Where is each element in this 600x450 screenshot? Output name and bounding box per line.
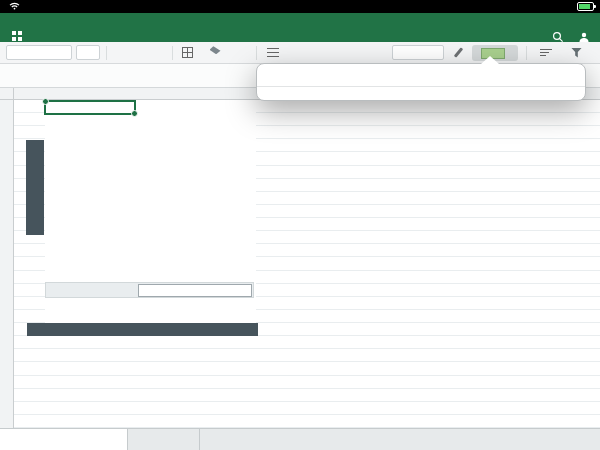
ribbon-tab-bar	[0, 27, 600, 42]
sheet-tab-mortgage[interactable]	[0, 429, 128, 450]
borders-button[interactable]	[178, 45, 200, 60]
align-lines-icon	[267, 48, 279, 57]
toolbar-separator	[526, 46, 527, 60]
wifi-icon	[9, 2, 20, 10]
if-you-pay-row	[45, 282, 254, 298]
search-icon	[552, 31, 564, 43]
battery-icon	[577, 2, 594, 11]
fill-color-icon	[209, 46, 221, 59]
font-color-icon	[235, 50, 247, 55]
payments-table-header	[27, 323, 258, 336]
number-format-select[interactable]	[392, 45, 444, 60]
inputs-section-label	[26, 140, 44, 235]
pay-more-select[interactable]	[138, 284, 252, 297]
sheet-tab-settings[interactable]	[128, 429, 200, 450]
underline-button[interactable]	[150, 45, 166, 60]
pen-icon	[452, 47, 464, 59]
fill-color-button[interactable]	[204, 45, 226, 60]
status-left	[6, 2, 20, 10]
excel-ipad-app	[0, 0, 600, 450]
alignment-button[interactable]	[262, 45, 286, 60]
draw-button[interactable]	[450, 45, 466, 60]
selected-cell[interactable]	[44, 100, 136, 115]
font-size-select[interactable]	[76, 45, 100, 60]
row-headers	[0, 100, 14, 428]
toolbar-separator	[172, 46, 173, 60]
filter-button[interactable]	[566, 45, 590, 60]
filter-funnel-icon	[571, 48, 582, 58]
apps-grid-icon[interactable]	[12, 31, 16, 35]
worksheet-grid	[0, 100, 600, 428]
toolbar-separator	[106, 46, 107, 60]
sort-button[interactable]	[536, 45, 558, 60]
borders-icon	[182, 47, 193, 58]
popup-title	[257, 64, 585, 87]
cell-styles-popup	[256, 63, 586, 101]
excel-title-bar	[0, 13, 600, 27]
italic-button[interactable]	[132, 45, 146, 60]
toolbar-separator	[256, 46, 257, 60]
font-color-button[interactable]	[230, 45, 252, 60]
sheet-tab-bar	[0, 428, 600, 450]
ios-status-bar	[0, 0, 600, 13]
font-name-select[interactable]	[6, 45, 72, 60]
bold-button[interactable]	[112, 45, 128, 60]
status-right	[574, 2, 594, 11]
select-all-corner[interactable]	[0, 88, 14, 99]
add-sheet-button[interactable]	[208, 429, 228, 450]
sort-icon	[540, 49, 552, 57]
person-icon	[578, 31, 590, 43]
formatting-toolbar	[0, 42, 600, 64]
